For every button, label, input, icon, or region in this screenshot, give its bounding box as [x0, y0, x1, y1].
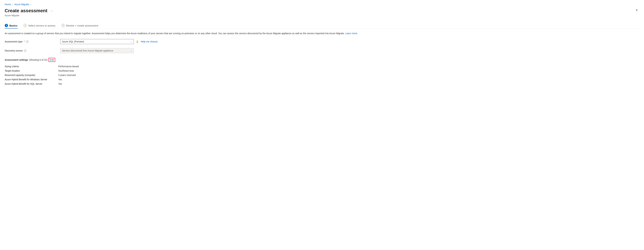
required-icon: * [24, 40, 25, 43]
description-text: An assessment is created on a group of s… [5, 32, 639, 35]
setting-value: 3 years reserved [58, 74, 76, 76]
chevron-right-icon: › [30, 3, 31, 6]
step-number: 3 [62, 24, 65, 27]
chevron-down-icon: ⌄ [130, 49, 132, 52]
setting-value: Yes [58, 78, 62, 81]
lightbulb-icon: 💡 [136, 40, 139, 43]
tab-review-create[interactable]: 3 Review + create assessment [62, 24, 98, 29]
label-assessment-type: Assessment type [5, 40, 22, 43]
info-icon[interactable]: i [24, 49, 26, 52]
breadcrumb: Home › Azure Migrate › [5, 3, 639, 6]
page-title: Create assessment [5, 8, 47, 14]
info-icon[interactable]: i [26, 40, 28, 43]
close-icon[interactable]: ✕ [634, 8, 639, 13]
chevron-down-icon: ⌄ [130, 40, 132, 43]
assessment-settings-header: Assessment settings (Showing 5 of 22) Ed… [5, 58, 639, 62]
label-discovery-source: Discovery source [5, 49, 22, 52]
table-row: Target location Southeast Asia [5, 69, 639, 73]
step-label: Select servers to assess [28, 24, 55, 27]
setting-value: Southeast Asia [58, 69, 74, 72]
breadcrumb-azure-migrate[interactable]: Azure Migrate [14, 3, 29, 6]
select-value: Azure SQL (Preview) [62, 40, 84, 43]
settings-table: Sizing criteria Performance-based Target… [5, 64, 639, 86]
help-me-choose-link[interactable]: Help me choose [141, 40, 158, 43]
setting-key: Target location [5, 69, 58, 72]
select-discovery-source: Servers discovered from Azure Migrate ap… [60, 48, 134, 53]
step-label: Basics [9, 24, 18, 27]
learn-more-link[interactable]: Learn more. [345, 32, 358, 35]
edit-link[interactable]: Edit [48, 58, 55, 62]
setting-key: Sizing criteria [5, 65, 58, 68]
setting-value: Yes [58, 82, 62, 85]
table-row: Azure Hybrid Benefit for SQL Server Yes [5, 82, 639, 86]
page-subtitle: Azure Migrate [5, 14, 634, 17]
tab-basics[interactable]: 1 Basics [5, 24, 18, 29]
row-assessment-type: Assessment type * i Azure SQL (Preview) … [5, 39, 639, 44]
table-row: Azure Hybrid Benefit for Windows Server … [5, 77, 639, 82]
select-assessment-type[interactable]: Azure SQL (Preview) ⌄ [60, 39, 134, 44]
step-number: 2 [24, 24, 27, 27]
setting-key: Reserved capacity (compute) [5, 74, 58, 76]
setting-key: Azure Hybrid Benefit for Windows Server [5, 78, 58, 81]
more-icon[interactable]: ⋯ [50, 9, 53, 13]
stepper: 1 Basics 2 Select servers to assess 3 Re… [5, 24, 639, 29]
select-value: Servers discovered from Azure Migrate ap… [62, 49, 113, 52]
tab-select-servers[interactable]: 2 Select servers to assess [24, 24, 55, 29]
description-body: An assessment is created on a group of s… [5, 32, 345, 35]
step-number: 1 [5, 24, 8, 27]
step-label: Review + create assessment [66, 24, 98, 27]
chevron-right-icon: › [12, 3, 13, 6]
setting-value: Performance-based [58, 65, 79, 68]
table-row: Sizing criteria Performance-based [5, 64, 639, 69]
table-row: Reserved capacity (compute) 3 years rese… [5, 73, 639, 77]
settings-heading: Assessment settings [5, 59, 28, 61]
breadcrumb-home[interactable]: Home [5, 3, 11, 6]
setting-key: Azure Hybrid Benefit for SQL Server [5, 82, 58, 85]
page-header: Create assessment ⋯ Azure Migrate ✕ [5, 8, 639, 17]
row-discovery-source: Discovery source i Servers discovered fr… [5, 48, 639, 53]
settings-showing: (Showing 5 of 22) [29, 59, 48, 61]
